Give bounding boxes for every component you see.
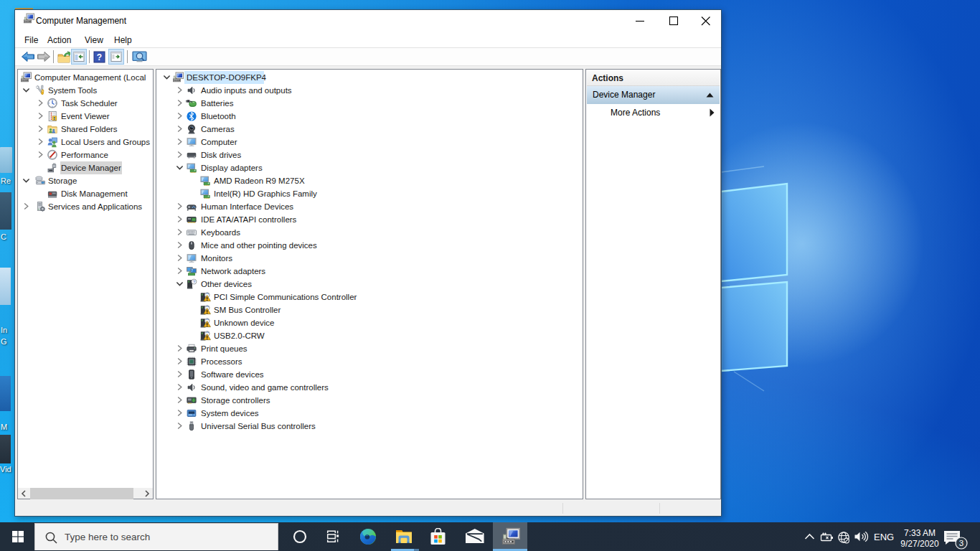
svg-text:3: 3	[959, 539, 963, 547]
svg-text:?: ?	[97, 52, 102, 62]
